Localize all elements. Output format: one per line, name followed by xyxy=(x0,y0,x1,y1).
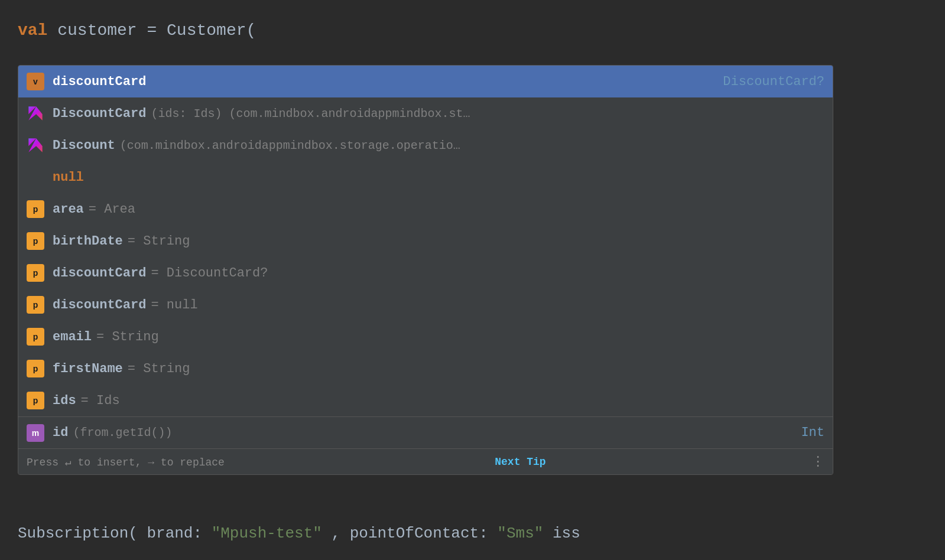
icon-p-ids: p xyxy=(27,392,44,409)
autocomplete-item-discount-class[interactable]: Discount (com.mindbox.androidappmindbox.… xyxy=(18,129,833,161)
kotlin-icon-1 xyxy=(27,105,44,122)
item-type-area: = Area xyxy=(89,202,135,217)
bottom-code-subscription: Subscription( brand: xyxy=(18,525,212,542)
item-name-discountcard-null: discountCard xyxy=(53,298,146,312)
editor-background: val customer = Customer( v discountCard … xyxy=(0,0,945,560)
icon-m-id: m xyxy=(27,424,44,442)
icon-v: v xyxy=(27,73,44,90)
autocomplete-item-email[interactable]: p email = String xyxy=(18,321,833,353)
item-package-discount-class: (com.mindbox.androidappmindbox.storage.o… xyxy=(120,139,460,152)
icon-null-spacer xyxy=(27,168,44,186)
kotlin-icon-2 xyxy=(27,136,44,154)
icon-p-discountcard-null: p xyxy=(27,296,44,314)
item-name-firstname: firstName xyxy=(53,362,123,376)
item-type-ids: = Ids xyxy=(81,393,120,408)
selected-item-type: DiscountCard? xyxy=(723,74,824,89)
item-name-ids: ids xyxy=(53,393,76,408)
item-type-birthdate: = String xyxy=(128,234,190,249)
keyword-val: val xyxy=(18,21,47,40)
autocomplete-item-discountcard-class[interactable]: DiscountCard (ids: Ids) (com.mindbox.and… xyxy=(18,97,833,129)
code-line-top: val customer = Customer( xyxy=(0,12,945,49)
bottom-code-poc-value: "Sms" xyxy=(497,525,543,542)
item-name-id: id xyxy=(53,425,68,440)
item-name-null: null xyxy=(53,170,84,185)
selected-item-name: discountCard xyxy=(53,74,146,89)
var-customer: customer = Customer( xyxy=(57,21,256,40)
icon-p-area: p xyxy=(27,200,44,218)
item-package-discountcard-class: (ids: Ids) (com.mindbox.androidappmindbo… xyxy=(151,107,470,121)
autocomplete-item-discountcard-null[interactable]: p discountCard = null xyxy=(18,289,833,321)
autocomplete-item-null[interactable]: null xyxy=(18,161,833,193)
autocomplete-popup[interactable]: v discountCard DiscountCard? xyxy=(18,65,833,475)
item-type-email: = String xyxy=(96,330,159,344)
item-name-discount-class: Discount xyxy=(53,138,115,153)
item-name-discountcard-class: DiscountCard xyxy=(53,106,146,121)
bottom-code-brand-value: "Mpush-test" xyxy=(212,525,322,542)
item-extra-id: (from.getId()) xyxy=(73,426,172,439)
autocomplete-footer: Press ↵ to insert, → to replace Next Tip… xyxy=(18,448,833,474)
autocomplete-item-firstname[interactable]: p firstName = String xyxy=(18,353,833,385)
icon-p-discountcard-prop: p xyxy=(27,264,44,282)
item-name-birthdate: birthDate xyxy=(53,234,123,249)
item-type-discountcard-prop: = DiscountCard? xyxy=(151,266,268,281)
item-name-discountcard-prop: discountCard xyxy=(53,266,146,281)
item-right-type-id: Int xyxy=(801,425,824,440)
autocomplete-item-ids[interactable]: p ids = Ids xyxy=(18,385,833,416)
autocomplete-item-id-method[interactable]: m id (from.getId()) Int xyxy=(18,416,833,448)
autocomplete-item-area[interactable]: p area = Area xyxy=(18,193,833,225)
icon-p-email: p xyxy=(27,328,44,346)
footer-hint: Press ↵ to insert, → to replace xyxy=(27,455,225,468)
icon-p-birthdate: p xyxy=(27,232,44,250)
icon-p-firstname: p xyxy=(27,360,44,377)
item-name-email: email xyxy=(53,330,92,344)
bottom-code-comma: , pointOfContact: xyxy=(332,525,498,542)
item-type-firstname: = String xyxy=(128,362,190,376)
footer-next-tip-link[interactable]: Next Tip xyxy=(495,456,545,468)
item-name-area: area xyxy=(53,202,84,217)
autocomplete-item-discountcard-prop[interactable]: p discountCard = DiscountCard? xyxy=(18,257,833,289)
item-type-discountcard-null: = null xyxy=(151,298,197,312)
code-line-bottom: Subscription( brand: "Mpush-test" , poin… xyxy=(18,525,580,542)
footer-menu-icon[interactable]: ⋮ xyxy=(811,454,824,470)
bottom-code-trailing: iss xyxy=(553,525,580,542)
autocomplete-selected-item[interactable]: v discountCard DiscountCard? xyxy=(18,66,833,97)
autocomplete-item-birthdate[interactable]: p birthDate = String xyxy=(18,225,833,257)
